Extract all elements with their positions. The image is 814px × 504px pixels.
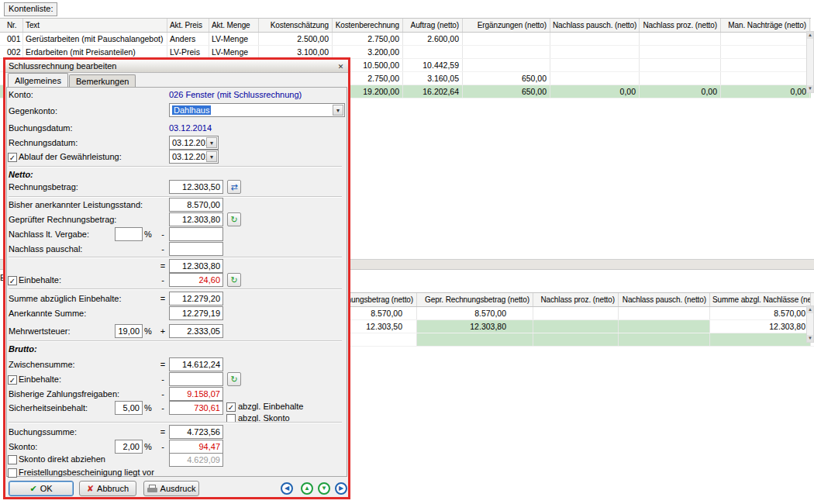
column-header[interactable]: Nr. bbox=[5, 19, 23, 32]
anerkannte-summe-field[interactable]: 12.279,19 bbox=[169, 306, 223, 320]
table-row[interactable]: 12.303,5012.303,8012.303,80 bbox=[310, 320, 814, 333]
skonto-direkt-label[interactable]: Skonto direkt abziehen bbox=[19, 454, 105, 464]
sicherheitseinbehalt-field[interactable]: 730,61 bbox=[169, 401, 223, 415]
table-cell: 650,00 bbox=[463, 85, 550, 98]
gewaehrleistung-label[interactable]: Ablauf der Gewährleistung: bbox=[19, 152, 122, 162]
summe-einbehalte-field[interactable]: 12.279,20 bbox=[169, 292, 223, 306]
column-header[interactable]: Nachlass pausch. (netto) bbox=[550, 19, 640, 32]
freistellung-checkbox[interactable] bbox=[8, 468, 17, 478]
abzgl-einbehalte-label[interactable]: abzgl. Einbehalte bbox=[238, 402, 303, 412]
rechnungsbetrag-field[interactable]: 12.303,50 bbox=[169, 180, 223, 194]
table2-header-row: Rechnungsbetrag (netto)Gepr. Rechnungsbe… bbox=[310, 292, 814, 307]
column-header[interactable]: Kostenschätzung bbox=[259, 19, 333, 32]
table-cell: 3.200,00 bbox=[333, 46, 403, 58]
skonto-direkt-checkbox[interactable] bbox=[8, 455, 17, 464]
einbehalte-brutto-label[interactable]: Einbehalte: bbox=[19, 375, 61, 385]
ok-button[interactable]: ✔ OK bbox=[9, 481, 74, 496]
chevron-down-icon[interactable]: ▾ bbox=[333, 105, 343, 116]
tab-allgemeines[interactable]: Allgemeines bbox=[8, 73, 68, 87]
freistellung-label[interactable]: Freistellungsbescheinigung liegt vor bbox=[19, 468, 154, 478]
kontenliste-label[interactable]: Kontenliste: bbox=[4, 2, 57, 16]
table1-scrollbar[interactable]: ▲ ▼ bbox=[806, 31, 814, 93]
zahlungsfreigaben-label: Bisherige Zahlungsfreigaben: bbox=[9, 389, 119, 399]
zahlungsfreigaben-field[interactable]: 9.158,07 bbox=[169, 387, 223, 401]
equals-operator: = bbox=[158, 360, 167, 370]
apply-icon[interactable]: ↻ bbox=[227, 273, 241, 287]
netto-section-header: Netto: bbox=[9, 170, 33, 180]
print-button[interactable]: Ausdruck bbox=[143, 481, 199, 496]
summe-nachlaesse-field[interactable]: 12.303,80 bbox=[169, 259, 223, 273]
column-header[interactable]: Gepr. Rechnungsbetrag (netto) bbox=[417, 293, 533, 306]
record-up-button[interactable]: ▲ bbox=[301, 482, 313, 495]
einbehalte-netto-label[interactable]: Einbehalte: bbox=[19, 275, 61, 285]
table-cell bbox=[619, 307, 710, 319]
scroll-down-icon[interactable]: ▼ bbox=[807, 335, 813, 342]
apply-icon[interactable]: ↻ bbox=[227, 212, 241, 226]
chevron-down-icon[interactable]: ▾ bbox=[206, 151, 217, 162]
chevron-down-icon[interactable]: ▾ bbox=[206, 137, 217, 148]
dialog-titlebar[interactable]: Schlussrechnung bearbeiten ✕ bbox=[5, 60, 348, 73]
table-row[interactable]: 001Gerüstarbeiten (mit Pauschalangebot)A… bbox=[0, 33, 811, 46]
column-header[interactable]: Nachlass proz. (netto) bbox=[640, 19, 721, 32]
column-header[interactable]: Nachlass proz. (netto) bbox=[533, 293, 619, 306]
rechnungsdatum-datepicker[interactable]: 03.12.2014 ▾ bbox=[169, 136, 219, 150]
scroll-up-icon[interactable]: ▲ bbox=[807, 306, 813, 313]
separator bbox=[9, 257, 342, 258]
tab-bemerkungen[interactable]: Bemerkungen bbox=[69, 74, 136, 87]
table-cell: Anders bbox=[167, 33, 209, 45]
mehrwertsteuer-field[interactable]: 2.333,05 bbox=[169, 324, 223, 338]
close-icon[interactable]: ✕ bbox=[336, 61, 346, 71]
gegenkonto-value: Dahlhaus bbox=[172, 105, 211, 115]
sicherheitseinbehalt-percent-field[interactable]: 5,00 bbox=[115, 401, 143, 415]
transfer-icon[interactable]: ⇄ bbox=[227, 180, 241, 194]
column-header[interactable]: Auftrag (netto) bbox=[403, 19, 463, 32]
percent-sign: % bbox=[144, 230, 152, 240]
einbehalte-brutto-checkbox[interactable]: ✓ bbox=[8, 375, 17, 385]
einbehalte-netto-checkbox[interactable]: ✓ bbox=[8, 276, 17, 285]
einbehalte-brutto-field[interactable] bbox=[169, 372, 223, 386]
record-next-button[interactable]: ▶ bbox=[335, 482, 347, 495]
column-header[interactable]: Kostenberechnung bbox=[333, 19, 403, 32]
table2-scrollbar[interactable]: ▲ ▼ bbox=[806, 306, 814, 343]
table-row[interactable] bbox=[310, 333, 814, 347]
nachlass-vergabe-percent-field[interactable] bbox=[115, 227, 143, 241]
scroll-up-icon[interactable]: ▲ bbox=[807, 32, 813, 39]
buchungssumme-field[interactable]: 4.723,56 bbox=[169, 425, 223, 439]
separator bbox=[9, 288, 342, 290]
gewaehrleistung-datepicker[interactable]: 03.12.2014 ▾ bbox=[169, 150, 219, 164]
nachlass-vergabe-field[interactable] bbox=[169, 227, 223, 241]
table-row[interactable]: 8.570,008.570,008.570,00 bbox=[310, 307, 814, 320]
cancel-button[interactable]: ✘ Abbruch bbox=[79, 481, 136, 496]
table-cell: 650,00 bbox=[463, 72, 550, 85]
column-header[interactable]: Nachlass pausch. (netto) bbox=[619, 293, 710, 306]
column-header[interactable]: Summe abzgl. Nachlässe (netto) bbox=[710, 293, 811, 306]
table-cell: 2.500,00 bbox=[259, 33, 333, 45]
table2-body: 8.570,008.570,008.570,0012.303,5012.303,… bbox=[310, 307, 814, 347]
column-header[interactable]: Text bbox=[23, 19, 167, 32]
buchungsdatum-label: Buchungsdatum: bbox=[9, 123, 73, 133]
skonto-field[interactable]: 94,47 bbox=[169, 440, 223, 454]
abzgl-einbehalte-checkbox[interactable]: ✓ bbox=[226, 402, 236, 412]
nachlass-pauschal-field[interactable] bbox=[169, 242, 223, 256]
mehrwertsteuer-percent-field[interactable]: 19,00 bbox=[115, 324, 143, 338]
zwischensumme-field[interactable]: 14.612,24 bbox=[169, 357, 223, 371]
column-header[interactable]: Ergänzungen (netto) bbox=[463, 19, 550, 32]
leistungsstand-field[interactable]: 8.570,00 bbox=[169, 198, 223, 212]
table-cell bbox=[550, 72, 640, 85]
gewaehrleistung-checkbox[interactable]: ✓ bbox=[8, 153, 17, 162]
skonto-percent-field[interactable]: 2,00 bbox=[115, 440, 143, 454]
gegenkonto-combobox[interactable]: Dahlhaus ▾ bbox=[169, 103, 345, 117]
record-down-button[interactable]: ▼ bbox=[318, 482, 330, 495]
column-header[interactable]: Man. Nachträge (netto) bbox=[721, 19, 810, 32]
record-prev-button[interactable]: ◀ bbox=[281, 482, 293, 495]
separator bbox=[9, 422, 342, 423]
scroll-down-icon[interactable]: ▼ bbox=[807, 85, 813, 92]
zwischensumme-label: Zwischensumme: bbox=[9, 360, 75, 370]
column-header[interactable]: Akt. Preis bbox=[167, 19, 209, 32]
minus-operator: - bbox=[158, 230, 167, 240]
apply-icon[interactable]: ↻ bbox=[227, 372, 241, 386]
leistungsstand-label: Bisher anerkannter Leistungsstand: bbox=[9, 200, 143, 210]
column-header[interactable]: Akt. Menge bbox=[209, 19, 259, 32]
gepr-rechnungsbetrag-field[interactable]: 12.303,80 bbox=[169, 212, 223, 226]
einbehalte-netto-field[interactable]: 24,60 bbox=[169, 273, 223, 287]
